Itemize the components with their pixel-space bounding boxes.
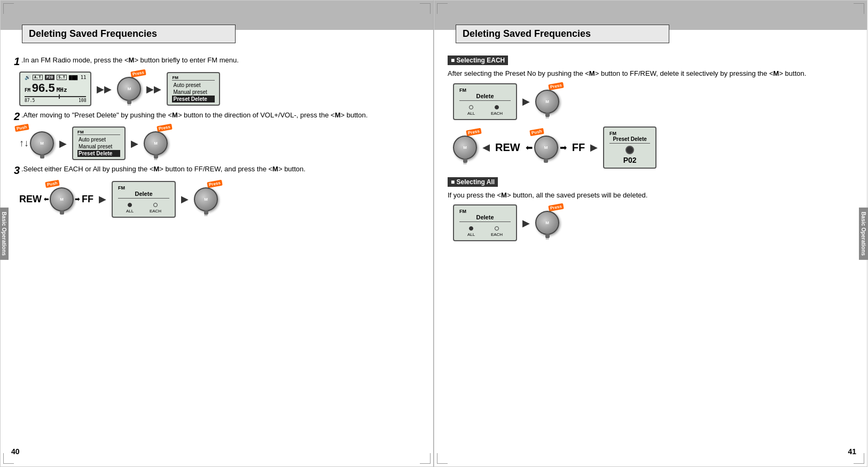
ff-label: FF [82, 194, 93, 205]
page-number-left: 40 [11, 447, 20, 456]
push-label-2: Push [14, 124, 29, 132]
delete-display-all: FM Delete ALL EACH [453, 204, 517, 241]
step-3-diagram: REW ⬅ Push M ➡ FF ▶ FM Delete [19, 181, 420, 218]
m-button-each-1: Press M m [535, 90, 559, 114]
page-number-right: 41 [848, 447, 856, 456]
all-diagram: FM Delete ALL EACH ▶ [453, 204, 854, 241]
arrow-5: ▶ [99, 193, 106, 205]
page-title-left: Deleting Saved Frequencies [22, 25, 236, 43]
step-2-diagram: Push ↑↓ M ▶ FM Auto preset Manual preset… [19, 126, 420, 160]
arrow-3: ▶ [59, 138, 67, 149]
step-3: 3 .Select either EACH or All by pushing … [14, 164, 420, 174]
menu-display-2: FM Auto preset Manual preset Preset Dele… [72, 126, 126, 160]
step-3-num: 3 [14, 164, 20, 176]
right-page: Basic Operations Deleting Saved Frequenc… [434, 0, 867, 467]
press-label-3: Press [207, 179, 222, 188]
arrow-2: ▶ [146, 83, 161, 95]
arrow-each-l: ▶ [482, 141, 490, 153]
rew-ff-left: REW ⬅ Push M ➡ FF [19, 187, 93, 211]
section-each: Selecting EACH After selecting the Prese… [448, 56, 854, 169]
arrow-4: ▶ [131, 138, 138, 149]
menu-manual-preset: Manual preset [172, 89, 215, 96]
step-3-text: .Select either EACH or All by pushing th… [21, 164, 420, 174]
arrow-all-1: ▶ [522, 217, 530, 229]
m-button-1: Press M m [117, 77, 141, 101]
each-diagram-2: Press M m ▶ REW ⬅ Push M [453, 126, 854, 169]
press-label-1: Press [130, 69, 146, 78]
step-2-text: .After moving to "Preset Delete" by push… [21, 110, 420, 120]
m-button-2-press: Press M m [144, 131, 168, 155]
press-label-2: Press [157, 124, 172, 132]
step-2-num: 2 [14, 110, 20, 122]
m-button-3-press: Press M m [194, 187, 218, 211]
fm-display-1: 🔊 A.T P20 S.T ▇▇▇ 11 FM 96.5 MHz 87.5108 [19, 72, 91, 106]
m-button-each-press-l: Press M m [453, 136, 477, 160]
step-1-diagram: 🔊 A.T P20 S.T ▇▇▇ 11 FM 96.5 MHz 87.5108 [19, 72, 420, 106]
press-label-each-1: Press [548, 82, 564, 90]
menu-display-1: FM Auto preset Manual preset Preset Dele… [167, 72, 220, 106]
section-each-text: After selecting the Preset No by pushing… [448, 68, 854, 79]
m-button-all-press: Press M m [535, 211, 559, 235]
delete-display-each-1: FM Delete ALL EACH [453, 83, 517, 120]
section-all-text: If you press the <M> button, all the sav… [448, 190, 854, 201]
preset-p02: P02 [609, 156, 650, 164]
rew-label: REW [19, 194, 42, 205]
ff-label-each: FF [572, 141, 585, 154]
arrow-each-r: ▶ [590, 141, 598, 153]
rew-label-each: REW [495, 141, 520, 154]
menu-preset-delete-2: Preset Delete [77, 150, 120, 157]
push-label-each-center: Push [529, 128, 544, 136]
page-title-right: Deleting Saved Frequencies [456, 25, 669, 43]
m-button-2-push: Push ↑↓ M [19, 131, 54, 155]
m-with-arrows-each: ⬅ Push M ➡ [526, 136, 567, 160]
preset-delete-display: FM Preset Delete P02 [603, 126, 656, 169]
section-all-heading: Selecting All [448, 177, 498, 187]
section-each-heading: Selecting EACH [448, 56, 508, 65]
press-label-all: Press [548, 203, 564, 212]
each-diagram-1: FM Delete ALL EACH ▶ [453, 83, 854, 120]
step-2: 2 .After moving to "Preset Delete" by pu… [14, 110, 420, 120]
arrow-6: ▶ [181, 193, 189, 205]
step-1-num: 1 [14, 56, 20, 67]
corner-br [420, 453, 431, 464]
menu-auto-preset: Auto preset [172, 82, 215, 89]
press-label-each-l: Press [466, 128, 481, 136]
push-label-3: Push [45, 179, 59, 187]
corner-bl-r [437, 453, 448, 464]
menu-preset-delete-1: Preset Delete [172, 96, 215, 102]
step-1: 1 .In an FM Radio mode, press the <M> bu… [14, 56, 420, 65]
left-page: Basic Operations Deleting Saved Frequenc… [0, 0, 434, 467]
arrow-1: ▶ [97, 83, 112, 95]
arrow-each-1: ▶ [522, 96, 530, 107]
section-all: Selecting All If you press the <M> butto… [448, 177, 854, 242]
menu-manual-2: Manual preset [77, 143, 120, 150]
menu-auto-2: Auto preset [77, 136, 120, 143]
step-1-text: .In an FM Radio mode, press the <M> butt… [21, 56, 420, 65]
delete-display: FM Delete ALL EACH [112, 181, 176, 218]
